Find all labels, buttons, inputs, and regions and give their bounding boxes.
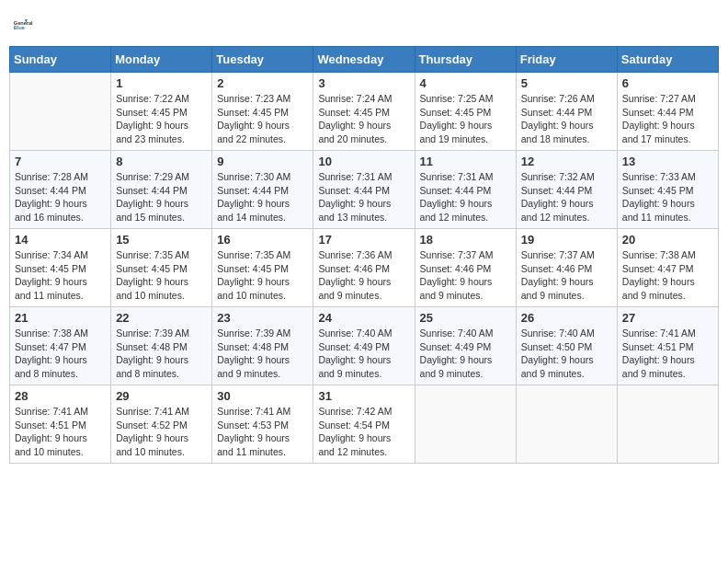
day-number: 12 xyxy=(521,155,612,168)
day-info: Sunrise: 7:31 AMSunset: 4:44 PMDaylight:… xyxy=(318,170,409,224)
day-info: Sunrise: 7:29 AMSunset: 4:44 PMDaylight:… xyxy=(116,170,207,224)
day-info: Sunrise: 7:38 AMSunset: 4:47 PMDaylight:… xyxy=(622,248,713,303)
calendar-week-1: 1Sunrise: 7:22 AMSunset: 4:45 PMDaylight… xyxy=(10,73,719,151)
day-info: Sunrise: 7:37 AMSunset: 4:46 PMDaylight:… xyxy=(521,248,612,303)
calendar-week-4: 21Sunrise: 7:38 AMSunset: 4:47 PMDayligh… xyxy=(10,307,719,385)
calendar-cell: 18Sunrise: 7:37 AMSunset: 4:46 PMDayligh… xyxy=(415,229,516,307)
calendar-cell: 22Sunrise: 7:39 AMSunset: 4:48 PMDayligh… xyxy=(111,307,212,385)
day-number: 9 xyxy=(217,155,308,168)
page-header: General Blue xyxy=(9,9,719,39)
calendar-cell xyxy=(617,385,718,464)
header-monday: Monday xyxy=(111,47,212,73)
header-saturday: Saturday xyxy=(617,47,718,73)
day-number: 10 xyxy=(318,155,409,168)
day-number: 27 xyxy=(622,311,713,325)
calendar-cell: 28Sunrise: 7:41 AMSunset: 4:51 PMDayligh… xyxy=(10,385,111,464)
calendar-cell: 31Sunrise: 7:42 AMSunset: 4:54 PMDayligh… xyxy=(313,385,415,464)
day-number: 17 xyxy=(318,233,409,247)
calendar-cell: 25Sunrise: 7:40 AMSunset: 4:49 PMDayligh… xyxy=(415,307,516,385)
day-info: Sunrise: 7:24 AMSunset: 4:45 PMDaylight:… xyxy=(318,92,409,146)
day-number: 28 xyxy=(15,389,106,403)
day-info: Sunrise: 7:26 AMSunset: 4:44 PMDaylight:… xyxy=(521,92,612,146)
day-number: 7 xyxy=(15,155,106,168)
day-number: 23 xyxy=(217,311,308,325)
calendar-cell: 11Sunrise: 7:31 AMSunset: 4:44 PMDayligh… xyxy=(415,151,516,229)
day-info: Sunrise: 7:39 AMSunset: 4:48 PMDaylight:… xyxy=(217,327,308,381)
day-info: Sunrise: 7:38 AMSunset: 4:47 PMDaylight:… xyxy=(15,327,106,381)
calendar-cell: 17Sunrise: 7:36 AMSunset: 4:46 PMDayligh… xyxy=(313,229,415,307)
calendar-cell: 3Sunrise: 7:24 AMSunset: 4:45 PMDaylight… xyxy=(313,73,415,151)
header-thursday: Thursday xyxy=(415,47,516,73)
day-number: 2 xyxy=(217,76,308,90)
day-info: Sunrise: 7:35 AMSunset: 4:45 PMDaylight:… xyxy=(217,248,308,303)
calendar-cell: 10Sunrise: 7:31 AMSunset: 4:44 PMDayligh… xyxy=(313,151,415,229)
day-number: 18 xyxy=(420,233,511,247)
calendar-header-row: SundayMondayTuesdayWednesdayThursdayFrid… xyxy=(10,47,719,73)
logo-icon: General Blue xyxy=(13,9,42,39)
calendar-cell: 19Sunrise: 7:37 AMSunset: 4:46 PMDayligh… xyxy=(516,229,617,307)
calendar-cell: 2Sunrise: 7:23 AMSunset: 4:45 PMDaylight… xyxy=(212,73,313,151)
day-number: 30 xyxy=(217,389,308,403)
day-info: Sunrise: 7:41 AMSunset: 4:51 PMDaylight:… xyxy=(15,405,106,459)
calendar-cell: 23Sunrise: 7:39 AMSunset: 4:48 PMDayligh… xyxy=(212,307,313,385)
calendar-week-3: 14Sunrise: 7:34 AMSunset: 4:45 PMDayligh… xyxy=(10,229,719,307)
day-number: 16 xyxy=(217,233,308,247)
calendar-cell: 30Sunrise: 7:41 AMSunset: 4:53 PMDayligh… xyxy=(212,385,313,464)
calendar-week-2: 7Sunrise: 7:28 AMSunset: 4:44 PMDaylight… xyxy=(10,151,719,229)
calendar-cell: 13Sunrise: 7:33 AMSunset: 4:45 PMDayligh… xyxy=(617,151,718,229)
day-info: Sunrise: 7:36 AMSunset: 4:46 PMDaylight:… xyxy=(318,248,409,303)
day-info: Sunrise: 7:23 AMSunset: 4:45 PMDaylight:… xyxy=(217,92,308,146)
day-number: 20 xyxy=(622,233,713,247)
calendar-cell: 26Sunrise: 7:40 AMSunset: 4:50 PMDayligh… xyxy=(516,307,617,385)
day-number: 24 xyxy=(318,311,409,325)
day-info: Sunrise: 7:32 AMSunset: 4:44 PMDaylight:… xyxy=(521,170,612,224)
day-info: Sunrise: 7:37 AMSunset: 4:46 PMDaylight:… xyxy=(420,248,511,303)
calendar-cell: 20Sunrise: 7:38 AMSunset: 4:47 PMDayligh… xyxy=(617,229,718,307)
calendar-cell: 1Sunrise: 7:22 AMSunset: 4:45 PMDaylight… xyxy=(111,73,212,151)
calendar-cell xyxy=(516,385,617,464)
calendar-cell xyxy=(415,385,516,464)
day-info: Sunrise: 7:25 AMSunset: 4:45 PMDaylight:… xyxy=(420,92,511,146)
day-number: 11 xyxy=(420,155,511,168)
day-info: Sunrise: 7:30 AMSunset: 4:44 PMDaylight:… xyxy=(217,170,308,224)
day-info: Sunrise: 7:35 AMSunset: 4:45 PMDaylight:… xyxy=(116,248,207,303)
day-number: 3 xyxy=(318,76,409,90)
day-info: Sunrise: 7:41 AMSunset: 4:51 PMDaylight:… xyxy=(622,327,713,381)
day-number: 1 xyxy=(116,76,207,90)
day-number: 5 xyxy=(521,76,612,90)
calendar-cell: 12Sunrise: 7:32 AMSunset: 4:44 PMDayligh… xyxy=(516,151,617,229)
day-info: Sunrise: 7:41 AMSunset: 4:52 PMDaylight:… xyxy=(116,405,207,459)
calendar-cell: 5Sunrise: 7:26 AMSunset: 4:44 PMDaylight… xyxy=(516,73,617,151)
svg-text:General: General xyxy=(14,20,33,26)
header-friday: Friday xyxy=(516,47,617,73)
day-number: 25 xyxy=(420,311,511,325)
day-info: Sunrise: 7:42 AMSunset: 4:54 PMDaylight:… xyxy=(318,405,409,459)
logo: General Blue xyxy=(13,9,42,39)
header-sunday: Sunday xyxy=(10,47,111,73)
calendar-cell: 16Sunrise: 7:35 AMSunset: 4:45 PMDayligh… xyxy=(212,229,313,307)
day-number: 29 xyxy=(116,389,207,403)
calendar-cell: 24Sunrise: 7:40 AMSunset: 4:49 PMDayligh… xyxy=(313,307,415,385)
calendar-cell: 7Sunrise: 7:28 AMSunset: 4:44 PMDaylight… xyxy=(10,151,111,229)
day-info: Sunrise: 7:40 AMSunset: 4:49 PMDaylight:… xyxy=(420,327,511,381)
day-info: Sunrise: 7:40 AMSunset: 4:50 PMDaylight:… xyxy=(521,327,612,381)
header-tuesday: Tuesday xyxy=(212,47,313,73)
calendar-table: SundayMondayTuesdayWednesdayThursdayFrid… xyxy=(9,46,719,464)
day-info: Sunrise: 7:22 AMSunset: 4:45 PMDaylight:… xyxy=(116,92,207,146)
day-info: Sunrise: 7:28 AMSunset: 4:44 PMDaylight:… xyxy=(15,170,106,224)
day-info: Sunrise: 7:34 AMSunset: 4:45 PMDaylight:… xyxy=(15,248,106,303)
day-number: 6 xyxy=(622,76,713,90)
svg-text:Blue: Blue xyxy=(14,25,25,30)
day-info: Sunrise: 7:41 AMSunset: 4:53 PMDaylight:… xyxy=(217,405,308,459)
calendar-cell: 15Sunrise: 7:35 AMSunset: 4:45 PMDayligh… xyxy=(111,229,212,307)
day-number: 8 xyxy=(116,155,207,168)
day-number: 22 xyxy=(116,311,207,325)
day-number: 13 xyxy=(622,155,713,168)
calendar-cell: 29Sunrise: 7:41 AMSunset: 4:52 PMDayligh… xyxy=(111,385,212,464)
day-info: Sunrise: 7:39 AMSunset: 4:48 PMDaylight:… xyxy=(116,327,207,381)
calendar-cell: 4Sunrise: 7:25 AMSunset: 4:45 PMDaylight… xyxy=(415,73,516,151)
calendar-cell: 8Sunrise: 7:29 AMSunset: 4:44 PMDaylight… xyxy=(111,151,212,229)
day-number: 14 xyxy=(15,233,106,247)
day-info: Sunrise: 7:40 AMSunset: 4:49 PMDaylight:… xyxy=(318,327,409,381)
day-number: 21 xyxy=(15,311,106,325)
